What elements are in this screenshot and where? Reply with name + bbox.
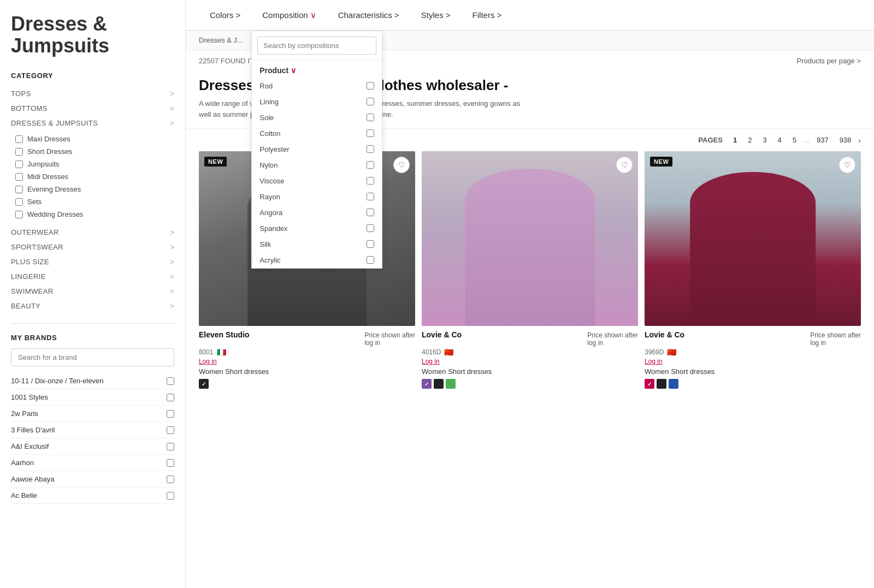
dropdown-item-rod[interactable]: Rod <box>252 78 382 94</box>
product-type-0: Women Short dresses <box>199 367 415 376</box>
nylon-checkbox[interactable] <box>367 161 374 169</box>
product-code-2: 3969D <box>645 348 664 356</box>
brand-4-checkbox[interactable] <box>167 443 174 450</box>
composition-search-input[interactable] <box>257 37 376 55</box>
brand-item-1001[interactable]: 1001 Styles <box>11 389 174 406</box>
sub-cat-sets[interactable]: Sets <box>15 195 174 208</box>
swatch-2-1[interactable] <box>657 379 666 389</box>
sidebar-item-bottoms[interactable]: BOTTOMS > <box>11 101 174 116</box>
brand-2-checkbox[interactable] <box>167 410 174 418</box>
spandex-checkbox[interactable] <box>367 224 374 232</box>
styles-filter-btn[interactable]: Styles > <box>410 0 462 31</box>
brand-item-aarhon[interactable]: Aarhon <box>11 455 174 471</box>
dropdown-item-viscose[interactable]: Viscose <box>252 173 382 189</box>
swatch-1-0[interactable]: ✓ <box>422 379 432 389</box>
rod-checkbox[interactable] <box>367 82 374 90</box>
sets-checkbox[interactable] <box>15 198 23 206</box>
brand-item-10-11[interactable]: 10-11 / Dix-onze / Ten-eleven <box>11 373 174 389</box>
brand-search-input[interactable] <box>11 348 174 366</box>
sub-cat-wedding-dresses[interactable]: Wedding Dresses <box>15 208 174 221</box>
page-3[interactable]: 3 <box>759 134 770 146</box>
product-login-link-1[interactable]: Log in <box>422 358 638 365</box>
product-card-2: NEW ♡ Lovie & Co Price shown after log i… <box>645 151 861 391</box>
rayon-checkbox[interactable] <box>367 193 374 200</box>
page-2[interactable]: 2 <box>744 134 755 146</box>
sidebar-item-swimwear[interactable]: SWIMWEAR > <box>11 284 174 299</box>
sub-cat-jumpsuits[interactable]: Jumpsuits <box>15 158 174 170</box>
brand-item-aawoe[interactable]: Aawoe Abaya <box>11 471 174 488</box>
dropdown-item-acrylic[interactable]: Acrylic <box>252 252 382 268</box>
brand-item-2w-paris[interactable]: 2w Paris <box>11 406 174 422</box>
dropdown-item-cotton[interactable]: Cotton <box>252 126 382 141</box>
brand-5-checkbox[interactable] <box>167 459 174 467</box>
silk-checkbox[interactable] <box>367 240 374 248</box>
brand-0-checkbox[interactable] <box>167 377 174 385</box>
brand-item-3-filles[interactable]: 3 Filles D'avril <box>11 422 174 438</box>
brand-1-checkbox[interactable] <box>167 394 174 401</box>
sidebar-item-beauty[interactable]: BEAUTY > <box>11 299 174 313</box>
sidebar-item-outerwear[interactable]: OUTERWEAR > <box>11 225 174 240</box>
sidebar-item-plus-size[interactable]: PLUS SIZE > <box>11 254 174 269</box>
sidebar-item-sportswear[interactable]: SPORTSWEAR > <box>11 240 174 254</box>
sole-checkbox[interactable] <box>367 114 374 121</box>
colors-filter-btn[interactable]: Colors > <box>199 0 251 31</box>
page-937[interactable]: 937 <box>813 134 832 146</box>
product-login-link-0[interactable]: Log in <box>199 358 415 365</box>
midi-dresses-checkbox[interactable] <box>15 173 23 181</box>
per-page-selector[interactable]: Products per page > <box>797 57 861 65</box>
page-5[interactable]: 5 <box>789 134 800 146</box>
next-page-arrow[interactable]: › <box>858 136 861 145</box>
brand-6-checkbox[interactable] <box>167 476 174 483</box>
dropdown-item-angora[interactable]: Angora <box>252 205 382 221</box>
viscose-checkbox[interactable] <box>367 177 374 185</box>
sub-cat-evening-dresses[interactable]: Evening Dresses <box>15 183 174 195</box>
wishlist-btn-1[interactable]: ♡ <box>616 157 633 173</box>
dropdown-item-lining[interactable]: Lining <box>252 94 382 110</box>
cotton-checkbox[interactable] <box>367 129 374 137</box>
product-info-1: Lovie & Co Price shown after log in 4016… <box>422 326 638 391</box>
maxi-dresses-checkbox[interactable] <box>15 135 23 143</box>
dropdown-item-nylon[interactable]: Nylon <box>252 157 382 173</box>
swatch-1-2[interactable] <box>446 379 456 389</box>
product-brand-2: Lovie & Co <box>645 330 684 339</box>
sidebar-item-dresses[interactable]: DRESSES & JUMPSUITS > <box>11 116 174 130</box>
jumpsuits-checkbox[interactable] <box>15 161 23 168</box>
angora-checkbox[interactable] <box>367 209 374 216</box>
arrow-icon: > <box>170 243 174 251</box>
short-dresses-checkbox[interactable] <box>15 148 23 156</box>
page-938[interactable]: 938 <box>836 134 855 146</box>
brand-7-checkbox[interactable] <box>167 492 174 500</box>
swatch-1-1[interactable] <box>434 379 444 389</box>
characteristics-filter-btn[interactable]: Characteristics > <box>327 0 410 31</box>
evening-dresses-checkbox[interactable] <box>15 186 23 193</box>
brand-3-checkbox[interactable] <box>167 426 174 434</box>
sidebar-item-lingerie[interactable]: LINGERIE > <box>11 269 174 284</box>
page-1[interactable]: 1 <box>729 134 741 146</box>
wishlist-btn-0[interactable]: ♡ <box>393 157 410 173</box>
page-4[interactable]: 4 <box>774 134 786 146</box>
filters-filter-btn[interactable]: Filters > <box>462 0 513 31</box>
acrylic-checkbox[interactable] <box>367 256 374 264</box>
sub-cat-maxi-dresses[interactable]: Maxi Dresses <box>15 133 174 145</box>
dropdown-item-sole[interactable]: Sole <box>252 110 382 126</box>
dropdown-item-rayon[interactable]: Rayon <box>252 189 382 205</box>
dropdown-item-spandex[interactable]: Spandex <box>252 221 382 236</box>
dropdown-item-polyester[interactable]: Polyester <box>252 141 382 157</box>
pages-label: PAGES <box>698 136 723 144</box>
lining-checkbox[interactable] <box>367 98 374 105</box>
brand-item-ac-belle[interactable]: Ac Belle <box>11 488 174 504</box>
product-login-link-2[interactable]: Log in <box>645 358 861 365</box>
product-brand-1: Lovie & Co <box>422 330 462 339</box>
wedding-dresses-checkbox[interactable] <box>15 211 23 218</box>
swatch-0-0[interactable]: ✓ <box>199 379 209 389</box>
composition-filter-btn[interactable]: Composition ∨ <box>251 0 327 31</box>
swatch-2-2[interactable] <box>669 379 678 389</box>
wishlist-btn-2[interactable]: ♡ <box>839 157 855 173</box>
sub-cat-short-dresses[interactable]: Short Dresses <box>15 145 174 158</box>
brand-item-al-exclusif[interactable]: A&I Exclusif <box>11 438 174 455</box>
sidebar-item-tops[interactable]: TOPS > <box>11 86 174 101</box>
swatch-2-0[interactable]: ✓ <box>645 379 654 389</box>
sub-cat-midi-dresses[interactable]: Midi Dresses <box>15 170 174 183</box>
polyester-checkbox[interactable] <box>367 145 374 153</box>
dropdown-item-silk[interactable]: Silk <box>252 236 382 252</box>
